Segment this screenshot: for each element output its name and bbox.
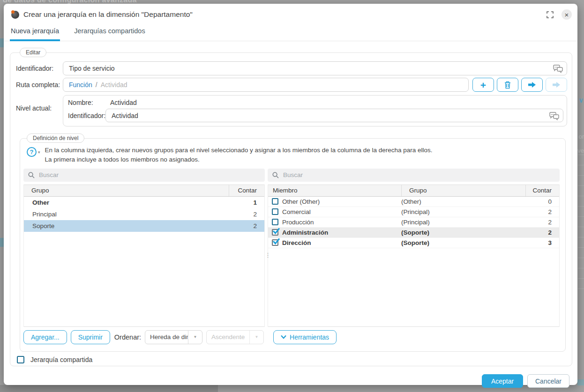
groups-search-input[interactable] xyxy=(39,171,260,178)
arrow-right-disabled-icon xyxy=(552,81,561,88)
member-checkbox-checked[interactable] xyxy=(272,239,278,246)
identifier-row: Identificador: xyxy=(16,61,567,75)
edit-fieldset: Editar Identificador: Ruta comple xyxy=(10,52,572,366)
group-row-soporte[interactable]: Soporte 2 xyxy=(24,220,264,232)
member-row-administracion[interactable]: Administración (Soporte) 2 xyxy=(268,228,559,238)
member-count: 2 xyxy=(525,219,559,226)
sort-mode-select[interactable]: Hereda de dim ▼ xyxy=(145,330,202,344)
path-separator: / xyxy=(96,81,97,89)
create-hierarchy-dialog: Crear una jerarquía en la dimensión "Dep… xyxy=(4,4,577,385)
translate-icon[interactable] xyxy=(549,111,559,122)
members-search xyxy=(268,169,560,182)
path-action-buttons: + xyxy=(472,78,567,92)
member-name: Dirección xyxy=(282,239,311,246)
identifier-label: Identificador: xyxy=(16,65,63,72)
app-logo-icon xyxy=(11,11,19,19)
group-count: 1 xyxy=(229,199,264,206)
check-icon xyxy=(272,238,280,245)
level-identifier-input[interactable] xyxy=(106,112,563,119)
member-name: Administración xyxy=(282,229,328,236)
shared-hierarchy-label: Jerarquía compartida xyxy=(30,356,92,363)
column-header-miembro[interactable]: Miembro xyxy=(268,185,401,196)
add-group-button[interactable]: Agregar... xyxy=(23,330,67,344)
group-row-other[interactable]: Other 1 xyxy=(24,197,264,208)
close-glyph: × xyxy=(565,11,569,18)
path-breadcrumb-field[interactable]: Función / Actividad xyxy=(63,78,469,92)
sort-label: Ordenar: xyxy=(114,333,141,341)
level-name-value: Actividad xyxy=(105,99,137,106)
shared-hierarchy-checkbox[interactable] xyxy=(17,356,24,363)
members-grid: Miembro Grupo Contar Other (Other) (Othe… xyxy=(268,185,560,327)
chevron-down-icon: ▼ xyxy=(249,331,263,344)
member-group: (Other) xyxy=(401,198,525,205)
members-panel: Miembro Grupo Contar Other (Other) (Othe… xyxy=(268,169,560,327)
translate-icon[interactable] xyxy=(553,64,563,75)
close-icon[interactable]: × xyxy=(562,9,572,20)
background-text-fragment: ve xyxy=(577,147,584,154)
help-icon: ? xyxy=(27,147,37,157)
member-count: 2 xyxy=(525,229,559,236)
member-name: Producción xyxy=(282,219,314,226)
identifier-input[interactable] xyxy=(63,65,567,72)
tab-jerarquias-compartidos[interactable]: Jerarquías compartidos xyxy=(73,23,146,41)
full-path-label: Ruta completa: xyxy=(16,81,63,89)
member-checkbox-unchecked[interactable] xyxy=(272,208,278,215)
background-text-fragment: or xyxy=(578,133,584,140)
member-checkbox-unchecked[interactable] xyxy=(272,219,278,225)
identifier-field-wrap xyxy=(63,61,567,75)
column-header-grupo[interactable]: Grupo xyxy=(24,185,229,196)
shared-hierarchy-row: Jerarquía compartida xyxy=(17,356,572,363)
column-header-contar[interactable]: Contar xyxy=(525,185,559,196)
trash-icon xyxy=(504,81,511,89)
chevron-down-icon: ▾ xyxy=(38,147,40,155)
maximize-icon[interactable] xyxy=(546,10,554,19)
search-icon xyxy=(272,172,279,178)
level-name-label: Nombre: xyxy=(68,99,105,106)
current-level-row: Nivel actual: Nombre: Actividad Identifi… xyxy=(16,95,567,126)
column-header-contar[interactable]: Contar xyxy=(229,185,264,196)
level-definition-fieldset: Definición de nivel ? ▾ En la columna iz… xyxy=(20,138,566,352)
group-row-principal[interactable]: Principal 2 xyxy=(24,208,264,220)
sort-mode-value: Hereda de dim xyxy=(145,331,188,344)
move-level-right-disabled-button xyxy=(546,78,567,92)
member-row-direccion[interactable]: Dirección (Soporte) 3 xyxy=(268,238,559,248)
plus-icon: + xyxy=(480,80,486,90)
sort-direction-value: Ascendente xyxy=(207,331,249,344)
member-row-produccion[interactable]: Producción (Principal) 2 xyxy=(268,217,559,228)
delete-level-button[interactable] xyxy=(497,78,518,92)
path-level-funcion-link[interactable]: Función xyxy=(69,81,92,89)
background-teal-fragment xyxy=(577,379,584,385)
member-count: 0 xyxy=(525,198,559,205)
groups-panel: Grupo Contar Other 1 Principal 2 xyxy=(23,169,265,327)
move-level-right-button[interactable] xyxy=(521,78,543,92)
member-checkbox-checked[interactable] xyxy=(272,229,278,236)
members-search-input[interactable] xyxy=(283,171,555,178)
help-line-2: La primera incluye a todos los miembros … xyxy=(45,155,433,164)
member-row-other[interactable]: Other (Other) (Other) 0 xyxy=(268,197,559,207)
level-definition-legend: Definición de nivel xyxy=(27,133,84,143)
full-path-row: Ruta completa: Función / Actividad + xyxy=(16,78,567,92)
column-header-grupo[interactable]: Grupo xyxy=(401,185,525,196)
cancel-button[interactable]: Cancelar xyxy=(527,374,569,388)
accept-button[interactable]: Aceptar xyxy=(482,374,523,388)
tab-nueva-jerarquia[interactable]: Nueva jerarquía xyxy=(10,23,60,41)
add-level-button[interactable]: + xyxy=(472,78,494,92)
member-group: (Soporte) xyxy=(401,229,525,236)
group-name: Other xyxy=(24,199,229,206)
member-row-comercial[interactable]: Comercial (Principal) 2 xyxy=(268,207,559,217)
group-count: 2 xyxy=(229,222,264,229)
groups-grid: Grupo Contar Other 1 Principal 2 xyxy=(23,185,265,327)
panel-splitter-handle[interactable]: ⋮ xyxy=(265,254,268,257)
tools-button[interactable]: Herramientas xyxy=(273,330,337,344)
groups-search xyxy=(23,169,265,182)
arrow-right-icon xyxy=(528,81,536,88)
delete-group-button[interactable]: Suprimir xyxy=(71,330,110,344)
member-count: 2 xyxy=(525,208,559,215)
chevron-down-icon: ▼ xyxy=(188,331,202,344)
groups-grid-body: Other 1 Principal 2 Soporte 2 xyxy=(24,197,264,327)
level-identifier-label: Identificador: xyxy=(68,112,105,119)
dialog-title: Crear una jerarquía en la dimensión "Dep… xyxy=(23,10,546,19)
help-dropdown-button[interactable]: ? ▾ xyxy=(27,146,40,165)
group-count: 2 xyxy=(229,211,264,218)
member-checkbox-unchecked[interactable] xyxy=(272,198,278,205)
